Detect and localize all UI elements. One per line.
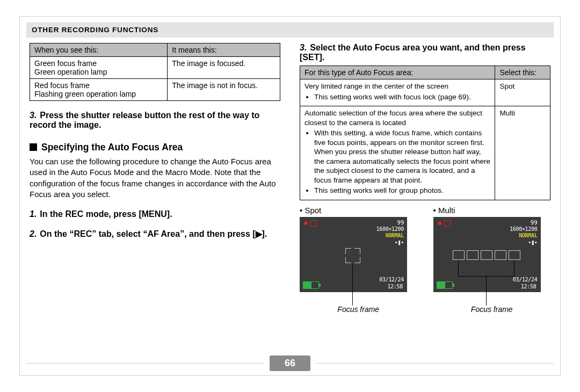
- af-area-table: For this type of Auto Focus area: Select…: [300, 66, 550, 200]
- camera-screen-multi: 99 1600×1200 NORMAL •❚• 03/12/24 12:58: [433, 217, 541, 292]
- table-cell: Red focus frame Flashing green operation…: [30, 79, 168, 101]
- shots-remaining: 99: [397, 219, 404, 226]
- date-text: 03/12/24: [379, 277, 404, 282]
- square-bullet-icon: [30, 143, 37, 151]
- callout-line: [514, 260, 514, 276]
- example-multi: • Multi 99 1600×1200 NORMAL •❚• 03/12/24…: [433, 206, 551, 314]
- table-cell: Spot: [495, 79, 550, 106]
- focus-box-icon: [509, 250, 520, 260]
- callout-line: [458, 260, 459, 276]
- page-frame: OTHER RECORDING FUNCTIONS When you see t…: [19, 16, 561, 376]
- list-item: This setting works well for group photos…: [314, 186, 490, 195]
- date-text: 03/12/24: [513, 277, 538, 282]
- table-header: It means this:: [168, 43, 280, 57]
- focus-box-icon: [467, 250, 479, 260]
- table-cell: Automatic selection of the focus area wh…: [300, 106, 495, 200]
- table-cell: Very limited range in the center of the …: [300, 79, 495, 106]
- quality-text: NORMAL: [519, 233, 537, 238]
- table-cell: The image is focused.: [168, 57, 280, 79]
- memory-icon: •❚•: [528, 239, 537, 245]
- step-3-left: 3.Press the shutter release button the r…: [30, 111, 280, 130]
- table-header: Select this:: [495, 66, 550, 79]
- table-row: Red focus frame Flashing green operation…: [30, 79, 280, 101]
- section-title-af-area: Specifying the Auto Focus Area: [30, 142, 280, 153]
- record-dot-icon: [438, 221, 441, 225]
- memory-icon: •❚•: [395, 239, 404, 245]
- table-cell: Multi: [495, 106, 550, 200]
- footer-rule: [316, 363, 554, 364]
- record-dot-icon: [304, 221, 308, 225]
- shots-remaining: 99: [531, 219, 538, 226]
- table-header: When you see this:: [30, 43, 168, 57]
- focus-frame-caption: Focus frame: [300, 305, 417, 314]
- page-number: 66: [270, 355, 310, 371]
- focus-box-icon: [481, 250, 492, 260]
- camera-screen-spot: 99 1600×1200 NORMAL •❚• 03/12/24 12:58: [300, 217, 407, 292]
- page-footer: 66: [26, 355, 554, 371]
- example-spot: • Spot 99 1600×1200 NORMAL •❚• 03/12/24 …: [300, 206, 417, 314]
- list-item: This setting works well with focus lock …: [314, 92, 490, 102]
- record-frame-icon: [310, 220, 317, 227]
- right-column: 3.Select the Auto Focus area you want, a…: [300, 43, 550, 314]
- left-column: When you see this: It means this: Green …: [30, 43, 280, 314]
- focus-bracket-icon: [345, 248, 351, 254]
- focus-bracket-icon: [354, 257, 360, 263]
- focus-examples: • Spot 99 1600×1200 NORMAL •❚• 03/12/24 …: [300, 206, 550, 314]
- focus-box-icon: [495, 250, 506, 260]
- table-row: Very limited range in the center of the …: [300, 79, 550, 106]
- focus-frame-caption: Focus frame: [433, 305, 551, 314]
- record-frame-icon: [444, 220, 451, 227]
- resolution-text: 1600×1200: [376, 226, 404, 232]
- callout-line: [486, 276, 487, 306]
- footer-rule: [26, 363, 264, 364]
- resolution-text: 1600×1200: [510, 226, 538, 232]
- list-item: With this setting, a wide focus frame, w…: [314, 128, 490, 185]
- table-row: Automatic selection of the focus area wh…: [300, 106, 550, 200]
- time-text: 12:58: [521, 284, 536, 289]
- focus-bracket-icon: [345, 257, 351, 263]
- step-2: 2.On the “REC” tab, select “AF Area”, an…: [30, 229, 280, 239]
- step-1: 1.In the REC mode, press [MENU].: [30, 209, 280, 219]
- focus-status-table: When you see this: It means this: Green …: [30, 43, 280, 101]
- callout-line: [352, 264, 353, 306]
- step-3-right: 3.Select the Auto Focus area you want, a…: [300, 43, 550, 62]
- quality-text: NORMAL: [386, 233, 404, 238]
- table-cell: Green focus frame Green operation lamp: [30, 57, 168, 79]
- focus-bracket-icon: [354, 248, 360, 254]
- section-header: OTHER RECORDING FUNCTIONS: [26, 22, 554, 38]
- table-row: Green focus frame Green operation lamp T…: [30, 57, 280, 79]
- intro-paragraph: You can use the following procedure to c…: [30, 156, 280, 200]
- table-cell: The image is not in focus.: [168, 79, 280, 101]
- focus-box-icon: [453, 250, 465, 260]
- battery-icon: [303, 281, 319, 289]
- battery-icon: [437, 281, 453, 289]
- table-header: For this type of Auto Focus area:: [300, 66, 495, 79]
- time-text: 12:58: [387, 284, 403, 289]
